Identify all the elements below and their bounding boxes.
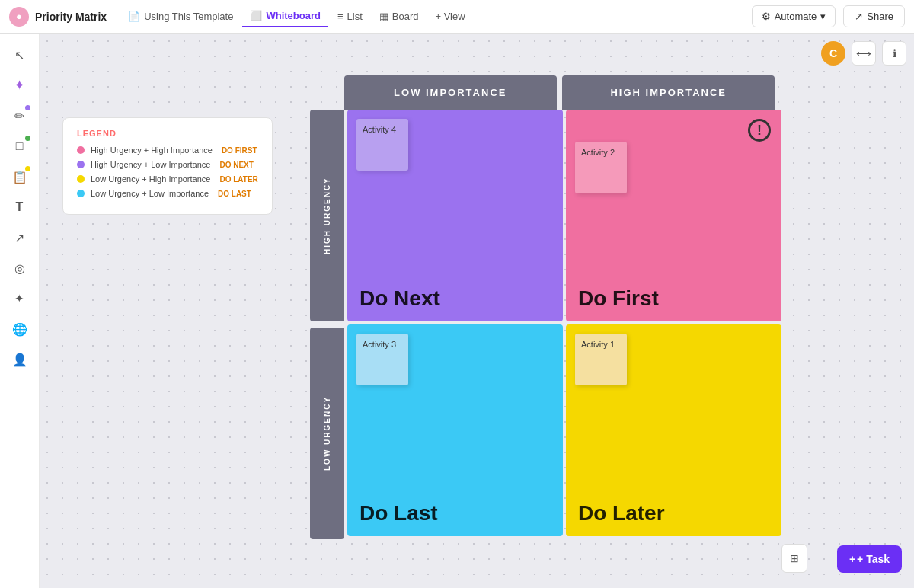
- text-icon: T: [16, 200, 24, 214]
- low-importance-header: LOW IMPORTANCE: [344, 75, 557, 110]
- legend-label-do-next: High Urgency + Low Importance: [91, 160, 210, 169]
- globe-tool[interactable]: 🌐: [6, 315, 34, 343]
- logo-icon: ●: [16, 11, 22, 22]
- legend-label-do-last: Low Urgency + Low Importance: [91, 189, 209, 198]
- tab-list[interactable]: ≡ List: [330, 6, 370, 27]
- expand-button[interactable]: ⟷: [852, 41, 876, 66]
- legend-dot-do-last: [77, 190, 85, 197]
- priority-matrix: LOW IMPORTANCE HIGH IMPORTANCE HIGH URGE…: [310, 75, 775, 563]
- sticky-icon: 📋: [12, 170, 27, 184]
- ai-tool[interactable]: ✦: [6, 72, 34, 99]
- legend-title: LEGEND: [77, 129, 258, 138]
- chevron-down-icon: ▾: [820, 11, 826, 22]
- tab-view[interactable]: + View: [427, 6, 472, 27]
- magic-tool[interactable]: ✦: [6, 285, 34, 312]
- task-button[interactable]: + + Task: [837, 545, 902, 573]
- tab-whiteboard[interactable]: ⬜ Whiteboard: [242, 5, 328, 27]
- legend-badge-do-first: DO FIRST: [222, 146, 257, 155]
- quadrants: Activity 4 Do Next ! Activity 2 Do: [347, 110, 781, 539]
- legend-label-do-first: High Urgency + High Importance: [91, 145, 213, 155]
- legend-item-do-first: High Urgency + High Importance DO FIRST: [77, 145, 258, 155]
- matrix-column-headers: LOW IMPORTANCE HIGH IMPORTANCE: [344, 75, 775, 110]
- board-icon: ▦: [379, 11, 388, 22]
- activity3-sticky[interactable]: Activity 3: [356, 334, 408, 385]
- whiteboard-icon: ⬜: [250, 10, 262, 21]
- sticky-tool[interactable]: 📋: [6, 163, 34, 190]
- connector-icon: ↗: [14, 231, 24, 245]
- legend-item-do-next: High Urgency + Low Importance DO NEXT: [77, 160, 258, 169]
- automate-icon: ⚙: [762, 11, 771, 22]
- diagram-tool[interactable]: ◎: [6, 254, 34, 282]
- activity2-sticky[interactable]: Activity 2: [575, 142, 627, 193]
- app-logo: ●: [9, 7, 29, 27]
- quadrant-do-last: Activity 3 Do Last: [347, 324, 563, 536]
- importance-icon: !: [748, 119, 771, 142]
- tab-using-template[interactable]: 📄 Using This Template: [120, 6, 241, 27]
- task-label: + Task: [857, 553, 890, 565]
- legend-dot-do-next: [77, 161, 85, 168]
- legend-badge-do-last: DO LAST: [218, 190, 251, 198]
- cursor-tool[interactable]: ↖: [6, 41, 34, 69]
- using-template-icon: 📄: [128, 11, 140, 22]
- legend-dot-do-first: [77, 146, 85, 154]
- low-urgency-header: LOW URGENCY: [310, 328, 344, 539]
- nav-tabs: 📄 Using This Template ⬜ Whiteboard ≡ Lis…: [120, 5, 473, 27]
- text-tool[interactable]: T: [6, 193, 34, 221]
- row-headers: HIGH URGENCY LOW URGENCY: [310, 110, 344, 539]
- info-icon: ℹ: [893, 47, 896, 59]
- high-urgency-header: HIGH URGENCY: [310, 110, 344, 321]
- grid-icon: ⊞: [790, 552, 799, 564]
- plus-icon: +: [849, 553, 855, 565]
- list-icon: ≡: [337, 11, 344, 22]
- pen-tool[interactable]: ✏: [6, 102, 34, 129]
- avatar: C: [821, 41, 845, 66]
- canvas[interactable]: C ⟷ ℹ LEGEND High Urgency + High Importa…: [40, 34, 914, 588]
- legend: LEGEND High Urgency + High Importance DO…: [62, 117, 273, 215]
- pen-icon: ✏: [14, 109, 24, 123]
- diagram-icon: ◎: [14, 261, 25, 276]
- tab-board[interactable]: ▦ Board: [372, 6, 427, 27]
- main: ↖ ✦ ✏ □ 📋 T ↗ ◎ ✦ 🌐: [0, 34, 914, 588]
- quadrant-do-next: Activity 4 Do Next: [347, 110, 563, 321]
- person-icon: 👤: [12, 353, 27, 367]
- legend-item-do-last: Low Urgency + Low Importance DO LAST: [77, 189, 258, 198]
- connector-tool[interactable]: ↗: [6, 224, 34, 251]
- toolbar: ↖ ✦ ✏ □ 📋 T ↗ ◎ ✦ 🌐: [0, 34, 40, 588]
- legend-dot-do-later: [77, 175, 85, 183]
- info-button[interactable]: ℹ: [882, 41, 906, 66]
- globe-icon: 🌐: [12, 322, 27, 337]
- do-later-label: Do Later: [578, 501, 665, 526]
- automate-button[interactable]: ⚙ Automate ▾: [752, 5, 836, 27]
- header: ● Priority Matrix 📄 Using This Template …: [0, 0, 914, 34]
- header-right: ⚙ Automate ▾ ↗ Share: [752, 5, 905, 27]
- matrix-grid: HIGH URGENCY LOW URGENCY Activity 4 Do: [310, 110, 775, 539]
- ai-icon: ✦: [14, 77, 25, 94]
- high-importance-header: HIGH IMPORTANCE: [562, 75, 775, 110]
- canvas-controls: C ⟷ ℹ: [821, 41, 906, 66]
- cursor-icon: ↖: [14, 48, 24, 62]
- do-last-label: Do Last: [360, 501, 438, 526]
- share-icon: ↗: [855, 11, 863, 22]
- expand-icon: ⟷: [856, 47, 871, 59]
- legend-item-do-later: Low Urgency + High Importance DO LATER: [77, 174, 258, 184]
- activity1-sticky[interactable]: Activity 1: [575, 334, 627, 385]
- person-tool[interactable]: 👤: [6, 346, 34, 373]
- do-next-label: Do Next: [360, 286, 440, 311]
- quadrant-do-first: ! Activity 2 Do First: [566, 110, 781, 321]
- quadrant-do-later: Activity 1 Do Later: [566, 324, 781, 536]
- app-name: Priority Matrix: [35, 11, 107, 23]
- legend-label-do-later: Low Urgency + High Importance: [91, 174, 210, 184]
- share-button[interactable]: ↗ Share: [843, 5, 905, 27]
- shape-tool[interactable]: □: [6, 133, 34, 160]
- grid-view-button[interactable]: ⊞: [781, 544, 807, 573]
- legend-badge-do-later: DO LATER: [219, 175, 257, 184]
- shape-icon: □: [16, 139, 24, 153]
- activity4-sticky[interactable]: Activity 4: [356, 119, 408, 171]
- do-first-label: Do First: [578, 286, 659, 311]
- legend-badge-do-next: DO NEXT: [219, 161, 253, 169]
- magic-icon: ✦: [14, 292, 24, 305]
